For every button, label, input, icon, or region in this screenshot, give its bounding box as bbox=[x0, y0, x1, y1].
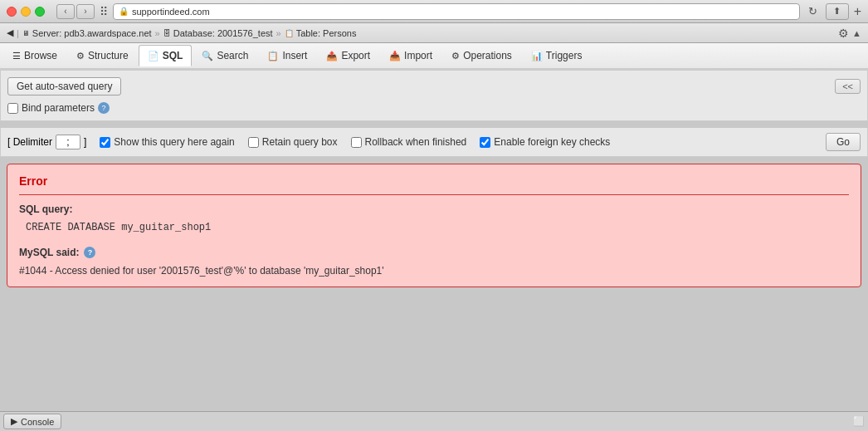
address-bar: 🔒 supportindeed.com bbox=[113, 3, 800, 20]
server-icon: 🖥 bbox=[22, 29, 30, 37]
tab-operations[interactable]: ⚙ Operations bbox=[442, 45, 521, 66]
delimiter-input[interactable] bbox=[56, 135, 80, 149]
breadcrumb-bar: ◀ | 🖥 Server: pdb3.awardspace.net » 🗄 Da… bbox=[0, 23, 868, 43]
show-query-checkbox[interactable] bbox=[100, 137, 110, 148]
insert-icon: 📋 bbox=[267, 51, 279, 61]
sql-icon: 📄 bbox=[148, 51, 159, 61]
delimiter-group: [ Delimiter ] bbox=[7, 135, 86, 149]
help-icon[interactable]: ? bbox=[98, 102, 110, 114]
traffic-lights bbox=[7, 7, 45, 17]
tab-insert[interactable]: 📋 Insert bbox=[258, 45, 316, 66]
database-breadcrumb[interactable]: 🗄 Database: 2001576_test bbox=[163, 28, 273, 38]
delimiter-end: ] bbox=[84, 136, 86, 148]
grid-icon[interactable]: ⠿ bbox=[100, 5, 108, 18]
operations-icon: ⚙ bbox=[451, 51, 460, 61]
add-tab-button[interactable]: + bbox=[854, 4, 861, 19]
collapse-sql-button[interactable]: << bbox=[835, 79, 861, 94]
lock-icon: 🔒 bbox=[119, 7, 129, 16]
table-icon: 📋 bbox=[285, 29, 294, 37]
show-query-label[interactable]: Show this query here again bbox=[100, 136, 234, 148]
minimize-btn[interactable] bbox=[21, 7, 31, 17]
url-text: supportindeed.com bbox=[132, 7, 210, 17]
console-icon: ▶ bbox=[11, 416, 17, 427]
bind-params-row: Bind parameters ? bbox=[7, 102, 861, 114]
settings-button[interactable]: ⚙ bbox=[838, 27, 849, 40]
foreign-key-checkbox[interactable] bbox=[480, 137, 490, 148]
fullscreen-btn[interactable] bbox=[35, 7, 45, 17]
content-area: Get auto-saved query << Bind parameters … bbox=[0, 70, 868, 431]
import-icon: 📥 bbox=[389, 51, 401, 61]
rollback-label[interactable]: Rollback when finished bbox=[351, 136, 467, 148]
close-btn[interactable] bbox=[7, 7, 17, 17]
mysql-help-icon[interactable]: ? bbox=[84, 247, 95, 258]
go-button[interactable]: Go bbox=[826, 133, 861, 151]
search-icon: 🔍 bbox=[202, 51, 213, 61]
triggers-icon: 📊 bbox=[531, 51, 543, 61]
export-icon: 📤 bbox=[326, 51, 338, 61]
structure-icon: ⚙ bbox=[76, 51, 85, 61]
nav-arrows: ‹ › bbox=[56, 4, 95, 19]
tab-bar: ☰ Browse ⚙ Structure 📄 SQL 🔍 Search 📋 In… bbox=[0, 43, 868, 70]
bind-parameters-label: Bind parameters bbox=[22, 102, 95, 114]
bind-parameters-checkbox[interactable] bbox=[7, 103, 18, 114]
tab-structure[interactable]: ⚙ Structure bbox=[67, 45, 138, 66]
tab-export[interactable]: 📤 Export bbox=[317, 45, 379, 66]
forward-button[interactable]: › bbox=[76, 4, 95, 19]
expand-button[interactable]: ⬜ bbox=[853, 416, 865, 427]
query-section: Get auto-saved query << Bind parameters … bbox=[0, 70, 868, 121]
page-wrapper: ‹ › ⠿ 🔒 supportindeed.com ↻ ⬆ + ◀ | 🖥 Se… bbox=[0, 0, 868, 431]
tab-sql[interactable]: 📄 SQL bbox=[139, 45, 193, 66]
server-breadcrumb[interactable]: 🖥 Server: pdb3.awardspace.net bbox=[22, 28, 152, 38]
tab-triggers[interactable]: 📊 Triggers bbox=[522, 45, 592, 66]
tab-import[interactable]: 📥 Import bbox=[380, 45, 441, 66]
foreign-key-label[interactable]: Enable foreign key checks bbox=[480, 136, 610, 148]
database-icon: 🗄 bbox=[163, 29, 171, 37]
tab-browse[interactable]: ☰ Browse bbox=[3, 45, 66, 66]
options-row: [ Delimiter ] Show this query here again… bbox=[0, 128, 868, 157]
sql-code: CREATE DATABASE my_guitar_shop1 bbox=[26, 222, 849, 233]
error-title: Error bbox=[19, 174, 849, 195]
back-button[interactable]: ‹ bbox=[56, 4, 75, 19]
refresh-button[interactable]: ↻ bbox=[805, 5, 821, 17]
error-box: Error SQL query: CREATE DATABASE my_guit… bbox=[7, 164, 861, 287]
query-top: Get auto-saved query << bbox=[7, 77, 861, 96]
retain-query-checkbox[interactable] bbox=[248, 137, 259, 148]
console-button[interactable]: ▶ Console bbox=[3, 414, 61, 429]
delimiter-label: [ Delimiter bbox=[7, 136, 52, 148]
error-message: #1044 - Access denied for user '2001576_… bbox=[19, 265, 849, 277]
mysql-said: MySQL said: ? bbox=[19, 247, 849, 258]
rollback-checkbox[interactable] bbox=[351, 137, 362, 148]
browse-icon: ☰ bbox=[12, 51, 21, 61]
sql-query-label: SQL query: bbox=[19, 203, 849, 215]
bottom-bar: ▶ Console ⬜ bbox=[0, 411, 868, 431]
collapse-button[interactable]: ▲ bbox=[852, 28, 861, 38]
share-button[interactable]: ⬆ bbox=[826, 3, 849, 20]
expand-sidebar-icon[interactable]: ◀ bbox=[7, 27, 13, 38]
tab-search[interactable]: 🔍 Search bbox=[193, 45, 257, 66]
auto-save-button[interactable]: Get auto-saved query bbox=[7, 77, 121, 96]
retain-query-label[interactable]: Retain query box bbox=[248, 136, 338, 148]
table-breadcrumb[interactable]: 📋 Table: Persons bbox=[285, 28, 357, 38]
title-bar: ‹ › ⠿ 🔒 supportindeed.com ↻ ⬆ + bbox=[0, 0, 868, 23]
